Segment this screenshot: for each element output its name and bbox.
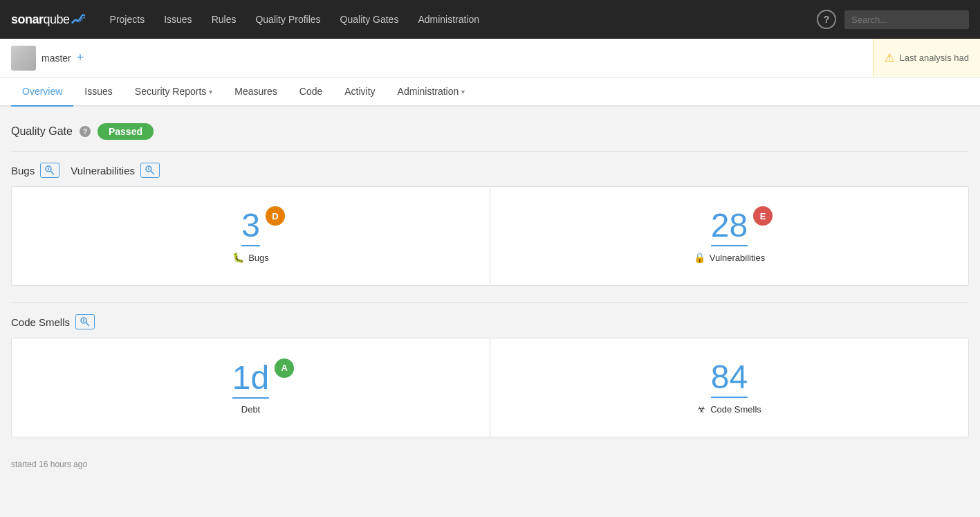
debt-rating-badge: A xyxy=(275,359,294,378)
subnav-activity[interactable]: Activity xyxy=(333,78,386,107)
main-content: Quality Gate ? Passed Bugs Vulnerabiliti… xyxy=(0,107,980,507)
bugs-label: Bugs xyxy=(248,253,269,263)
chevron-down-icon: ▾ xyxy=(209,88,212,96)
warning-icon: ⚠ xyxy=(885,51,894,64)
search-input[interactable] xyxy=(844,10,969,29)
divider-2 xyxy=(11,302,969,303)
bugs-icon-label: 🐛 Bugs xyxy=(232,252,269,263)
bugs-key-icon[interactable] xyxy=(40,163,59,178)
logo-waves-icon xyxy=(71,13,85,24)
svg-line-1 xyxy=(50,171,54,174)
quality-gate-status: Passed xyxy=(98,123,154,140)
code-smells-icon: ☣ xyxy=(697,403,706,415)
divider-1 xyxy=(11,151,969,152)
branch-name: master xyxy=(41,53,71,64)
nav-links: Projects Issues Rules Quality Profiles Q… xyxy=(102,8,817,30)
project-bar: master + ⚠ Last analysis had xyxy=(0,39,980,78)
vulnerabilities-key-icon[interactable] xyxy=(140,163,160,178)
project-avatar xyxy=(11,46,36,71)
subnav-issues[interactable]: Issues xyxy=(73,78,123,107)
chevron-down-icon-admin: ▾ xyxy=(461,88,465,96)
logo[interactable]: sonarqube xyxy=(11,12,85,27)
subnav-code[interactable]: Code xyxy=(288,78,333,107)
footer: started 16 hours ago xyxy=(11,454,969,469)
bugs-vulnerabilities-header: Bugs Vulnerabilities xyxy=(11,163,969,178)
nav-right: ? xyxy=(817,10,969,29)
last-analysis-text: Last analysis had xyxy=(900,53,969,63)
help-button[interactable]: ? xyxy=(817,10,836,29)
subnav-security-reports[interactable]: Security Reports ▾ xyxy=(124,78,223,107)
code-smells-count-label: Code Smells xyxy=(710,404,761,415)
code-smells-key-icon[interactable] xyxy=(75,314,95,329)
code-smells-label-group: Code Smells xyxy=(11,314,95,329)
vuln-rating-badge: E xyxy=(753,206,773,226)
bug-icon: 🐛 xyxy=(232,252,244,263)
subnav-overview[interactable]: Overview xyxy=(11,78,73,107)
code-smells-card: 1d A Debt 84 ☣ Code Smells xyxy=(11,338,969,437)
quality-gate-header: Quality Gate ? Passed xyxy=(11,123,969,140)
vuln-count-display: 28 E xyxy=(711,209,748,246)
quality-gate-help-icon[interactable]: ? xyxy=(80,126,91,137)
vulnerabilities-metric[interactable]: 28 E 🔒 Vulnerabilities xyxy=(490,187,968,285)
debt-metric[interactable]: 1d A Debt xyxy=(12,338,490,437)
lock-icon: 🔒 xyxy=(694,252,705,263)
code-smells-icon-label: ☣ Code Smells xyxy=(697,403,761,415)
top-navigation: sonarqube Projects Issues Rules Quality … xyxy=(0,0,980,39)
debt-label: Debt xyxy=(241,404,260,415)
subnav-measures[interactable]: Measures xyxy=(223,78,288,107)
bugs-label-group: Bugs xyxy=(11,163,59,178)
nav-administration[interactable]: Administration xyxy=(409,8,488,30)
svg-line-7 xyxy=(86,323,89,326)
bugs-vulnerabilities-card: 3 D 🐛 Bugs 28 E 🔒 Vulnerabilities xyxy=(11,186,969,286)
vuln-label: Vulnerabilities xyxy=(710,253,765,263)
started-text: started 16 hours ago xyxy=(11,460,87,469)
vuln-icon-label: 🔒 Vulnerabilities xyxy=(694,252,765,263)
code-smells-count-metric[interactable]: 84 ☣ Code Smells xyxy=(490,338,968,437)
subnav-administration[interactable]: Administration ▾ xyxy=(387,78,477,107)
nav-projects[interactable]: Projects xyxy=(102,8,154,30)
svg-line-4 xyxy=(151,171,154,174)
logo-text: sonarqube xyxy=(11,12,70,27)
bugs-count-display: 3 D xyxy=(241,209,260,246)
nav-rules[interactable]: Rules xyxy=(203,8,245,30)
nav-issues[interactable]: Issues xyxy=(156,8,200,30)
code-smells-count-display: 84 xyxy=(711,361,748,398)
add-branch-button[interactable]: + xyxy=(77,51,84,65)
debt-count-display: 1d A xyxy=(232,361,269,399)
last-analysis-banner: ⚠ Last analysis had xyxy=(873,39,980,77)
quality-gate-title: Quality Gate xyxy=(11,125,73,138)
code-smells-header: Code Smells xyxy=(11,314,969,329)
bugs-rating-badge: D xyxy=(266,206,285,226)
bugs-title: Bugs xyxy=(11,165,35,176)
nav-quality-gates[interactable]: Quality Gates xyxy=(332,8,407,30)
code-smells-title: Code Smells xyxy=(11,316,70,328)
vulnerabilities-label-group: Vulnerabilities xyxy=(71,163,160,178)
nav-quality-profiles[interactable]: Quality Profiles xyxy=(247,8,329,30)
sub-navigation: Overview Issues Security Reports ▾ Measu… xyxy=(0,78,980,107)
vulnerabilities-title: Vulnerabilities xyxy=(71,165,135,176)
debt-icon-label: Debt xyxy=(241,404,260,415)
bugs-metric[interactable]: 3 D 🐛 Bugs xyxy=(12,187,490,285)
